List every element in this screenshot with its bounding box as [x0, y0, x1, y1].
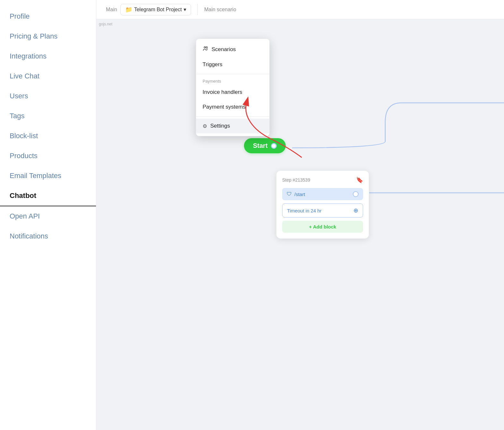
- step-card-header: Step #213539 🔖: [282, 176, 363, 184]
- sidebar-item-users[interactable]: Users: [0, 86, 96, 106]
- trigger-connector: [353, 191, 359, 197]
- settings-label: Settings: [210, 123, 230, 129]
- timeout-button[interactable]: Timeout in 24 hr ⊕: [282, 203, 363, 218]
- payments-section-label: Payments: [196, 76, 269, 85]
- trigger-icon: 🛡: [287, 191, 292, 197]
- sidebar-item-pricing-plans[interactable]: Pricing & Plans: [0, 26, 96, 46]
- payment-systems-label: Payment systems: [203, 104, 246, 110]
- sidebar-item-chatbot[interactable]: Chatbot: [0, 186, 96, 206]
- sidebar-item-products[interactable]: Products: [0, 146, 96, 166]
- dropdown-item-settings[interactable]: ⚙ Settings: [196, 119, 269, 133]
- sidebar-item-live-chat[interactable]: Live Chat: [0, 66, 96, 86]
- dropdown-divider-1: [196, 74, 269, 74]
- bookmark-icon: 🔖: [356, 176, 363, 184]
- trigger-button[interactable]: 🛡 /start: [282, 188, 363, 200]
- canvas-area: gojs.net Start Step #213539 🔖 🛡 /start T…: [96, 19, 504, 430]
- dropdown-item-triggers[interactable]: Triggers: [196, 57, 269, 72]
- sidebar-item-profile[interactable]: Profile: [0, 6, 96, 26]
- sidebar-item-tags[interactable]: Tags: [0, 106, 96, 126]
- sidebar-item-integrations[interactable]: Integrations: [0, 46, 96, 66]
- gear-icon: ⚙: [203, 123, 207, 129]
- dropdown-item-payment-systems[interactable]: Payment systems: [196, 100, 269, 114]
- trigger-label: /start: [294, 192, 305, 197]
- svg-point-1: [206, 47, 208, 48]
- folder-icon: 📁: [125, 6, 132, 13]
- step-card: Step #213539 🔖 🛡 /start Timeout in 24 hr…: [276, 170, 369, 239]
- top-bar: Main 📁 Telegram Bot Project ▾ Main scena…: [96, 0, 504, 19]
- dropdown-item-scenarios[interactable]: Scenarios: [196, 41, 269, 57]
- add-block-button[interactable]: + Add block: [282, 221, 363, 233]
- start-node-connector: [271, 143, 277, 149]
- project-label: Telegram Bot Project: [134, 7, 182, 13]
- sidebar-item-block-list[interactable]: Block-list: [0, 126, 96, 146]
- sidebar-item-email-templates[interactable]: Email Templates: [0, 166, 96, 186]
- sidebar: Profile Pricing & Plans Integrations Liv…: [0, 0, 96, 430]
- add-block-label: + Add block: [309, 224, 336, 229]
- chevron-down-icon: ▾: [184, 6, 186, 13]
- step-number: Step #213539: [282, 177, 310, 183]
- project-button[interactable]: 📁 Telegram Bot Project ▾: [120, 4, 191, 15]
- start-node[interactable]: Start: [244, 138, 286, 153]
- start-label: Start: [253, 142, 268, 149]
- sidebar-item-notifications[interactable]: Notifications: [0, 226, 96, 246]
- sidebar-item-open-api[interactable]: Open API: [0, 206, 96, 226]
- scenarios-label: Scenarios: [212, 46, 236, 53]
- plus-circle-icon: ⊕: [353, 207, 358, 214]
- timeout-label: Timeout in 24 hr: [287, 208, 322, 213]
- scenarios-icon: [203, 46, 208, 53]
- divider: [197, 4, 198, 15]
- watermark-label: gojs.net: [99, 22, 112, 26]
- main-label: Main: [106, 7, 117, 13]
- dropdown-menu: Scenarios Triggers Payments Invoice hand…: [196, 39, 270, 136]
- main-content: Main 📁 Telegram Bot Project ▾ Main scena…: [96, 0, 504, 430]
- invoice-handlers-label: Invoice handlers: [203, 89, 242, 95]
- svg-point-0: [204, 47, 206, 48]
- scenario-label: Main scenario: [204, 7, 236, 13]
- dropdown-divider-2: [196, 116, 269, 117]
- dropdown-item-invoice-handlers[interactable]: Invoice handlers: [196, 85, 269, 100]
- triggers-label: Triggers: [203, 61, 222, 68]
